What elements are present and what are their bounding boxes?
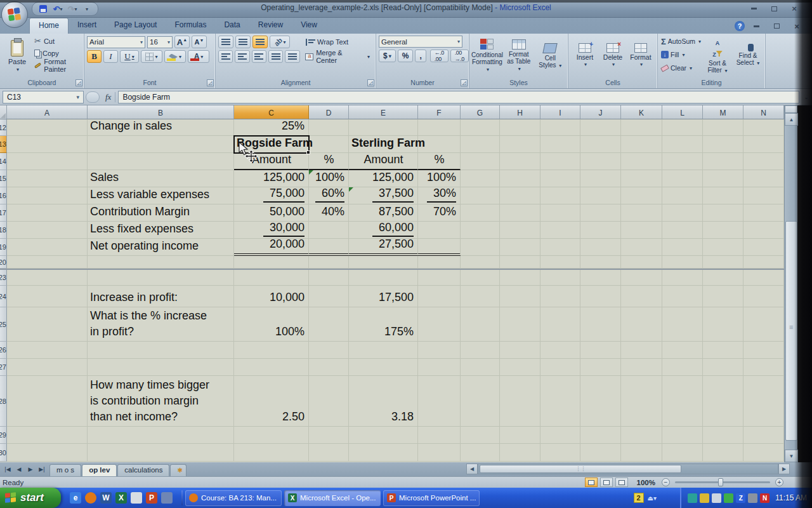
cell-G24[interactable] — [461, 286, 500, 307]
underline-button[interactable]: U▾ — [120, 50, 139, 63]
cell-K20[interactable] — [621, 256, 662, 269]
align-right-button[interactable] — [252, 50, 266, 63]
fill-handle[interactable] — [306, 150, 310, 154]
cell-N12[interactable] — [743, 119, 784, 136]
increase-indent-button[interactable] — [285, 50, 299, 63]
cell-A17[interactable] — [7, 204, 88, 222]
cell-A24[interactable] — [7, 286, 88, 307]
tray-icon-5[interactable]: Z — [736, 493, 745, 503]
cell-N26[interactable] — [743, 342, 784, 359]
cell-G14[interactable] — [461, 153, 500, 170]
cell-H30[interactable] — [500, 444, 540, 462]
cell-B30[interactable] — [88, 444, 234, 462]
align-center-button[interactable] — [235, 50, 249, 63]
cell-B12[interactable]: Change in sales — [88, 119, 234, 136]
ribbon-tab-page-layout[interactable]: Page Layout — [105, 18, 166, 34]
cell-H29[interactable] — [500, 427, 540, 444]
cell-E13[interactable]: Sterling Farm — [349, 136, 418, 153]
scroll-down-icon[interactable]: ▼ — [785, 450, 798, 462]
column-header-E[interactable]: E — [349, 105, 418, 119]
word-icon[interactable]: W — [100, 492, 112, 504]
format-cells-button[interactable]: Format▾ — [627, 36, 654, 75]
split-handle[interactable] — [785, 105, 797, 113]
cell-M27[interactable] — [703, 359, 743, 376]
tray-icon-4[interactable] — [724, 493, 733, 503]
cell-H27[interactable] — [500, 359, 540, 376]
taskbar-window-firefox[interactable]: Course: BA 213: Man... — [185, 490, 282, 506]
align-bottom-button[interactable] — [252, 36, 268, 48]
cell-C12[interactable]: 25% — [234, 119, 309, 136]
cell-J25[interactable] — [580, 307, 621, 342]
delete-cells-button[interactable]: × Delete▾ — [599, 36, 626, 75]
cell-A29[interactable] — [7, 427, 88, 444]
save-icon[interactable] — [37, 4, 49, 14]
cell-L28[interactable] — [662, 376, 703, 427]
cell-K27[interactable] — [621, 359, 662, 376]
cell-A20[interactable] — [7, 256, 88, 269]
row-header-27[interactable]: 27 — [0, 359, 7, 376]
cell-A13[interactable] — [7, 136, 88, 153]
cell-G25[interactable] — [461, 307, 500, 342]
column-header-A[interactable]: A — [7, 105, 88, 119]
cell-E12[interactable] — [349, 119, 418, 136]
bold-button[interactable]: B — [87, 50, 102, 63]
cell-B20[interactable] — [88, 256, 234, 269]
cell-M12[interactable] — [703, 119, 743, 136]
page-layout-view-button[interactable] — [600, 478, 613, 487]
cell-A12[interactable] — [7, 119, 88, 136]
cell-I19[interactable] — [540, 239, 580, 256]
undo-icon[interactable]: ↶▾ — [52, 4, 63, 14]
scroll-up-icon[interactable]: ▲ — [785, 113, 798, 126]
cell-D14[interactable]: % — [309, 153, 349, 170]
cell-A26[interactable] — [7, 342, 88, 359]
cell-F20[interactable] — [418, 256, 461, 269]
cell-L26[interactable] — [662, 342, 703, 359]
row-header-13[interactable]: 13 — [0, 136, 7, 153]
cell-G15[interactable] — [461, 170, 500, 187]
cell-J17[interactable] — [580, 204, 621, 222]
column-header-I[interactable]: I — [540, 105, 580, 119]
cell-E15[interactable]: 125,000 — [349, 170, 418, 187]
zoom-in-icon[interactable]: + — [775, 478, 783, 486]
autosum-button[interactable]: Σ AutoSum▾ — [660, 36, 702, 47]
cell-H19[interactable] — [500, 239, 540, 256]
cell-E23[interactable] — [349, 270, 418, 286]
cell-B25[interactable]: What is the % increase in profit? — [88, 307, 234, 342]
cell-E19[interactable]: 27,500 — [349, 239, 418, 256]
cell-E17[interactable]: 87,500 — [349, 204, 418, 222]
tray-icon-6[interactable] — [748, 493, 757, 503]
row-header-20[interactable]: 20 — [0, 256, 7, 269]
sort-filter-button[interactable]: AZ Sort &Filter ▾ — [703, 35, 732, 76]
cell-J28[interactable] — [580, 376, 621, 427]
start-button[interactable]: start — [0, 488, 61, 508]
paste-button[interactable]: Paste ▾ — [4, 36, 30, 76]
cell-N25[interactable] — [743, 307, 784, 342]
zoom-out-icon[interactable]: − — [662, 478, 670, 486]
orientation-button[interactable]: ab▾ — [270, 36, 290, 48]
cell-C20[interactable] — [234, 256, 309, 269]
cell-D23[interactable] — [309, 270, 349, 286]
cell-D24[interactable] — [309, 286, 349, 307]
cell-H28[interactable] — [500, 376, 540, 427]
cell-C24[interactable]: 10,000 — [234, 286, 309, 307]
excel-icon[interactable]: X — [115, 492, 127, 504]
cell-K29[interactable] — [621, 427, 662, 444]
cell-L25[interactable] — [662, 307, 703, 342]
zoom-slider-thumb[interactable] — [718, 478, 723, 486]
ribbon-tab-insert[interactable]: Insert — [69, 18, 105, 34]
cell-L16[interactable] — [662, 187, 703, 204]
workbook-restore-button[interactable] — [768, 22, 785, 31]
ie-icon[interactable]: e — [70, 492, 81, 504]
cell-M14[interactable] — [703, 153, 743, 170]
horizontal-scroll-thumb[interactable] — [480, 465, 681, 473]
ribbon-tab-home[interactable]: Home — [29, 18, 69, 34]
cell-E28[interactable]: 3.18 — [349, 376, 418, 427]
redo-icon[interactable]: ↷▾ — [67, 4, 78, 14]
cell-H24[interactable] — [500, 286, 540, 307]
row-header-24[interactable]: 24 — [0, 286, 7, 307]
cell-J23[interactable] — [580, 270, 621, 286]
clear-button[interactable]: Clear▾ — [660, 62, 702, 74]
cell-N24[interactable] — [743, 286, 784, 307]
workbook-minimize-button[interactable] — [747, 22, 765, 31]
column-header-J[interactable]: J — [580, 105, 621, 119]
